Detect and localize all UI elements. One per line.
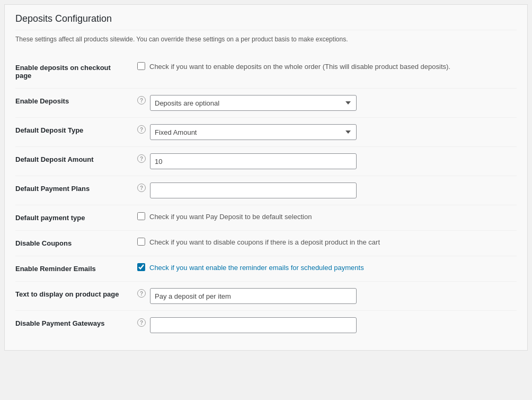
help-icon-default-payment-plans[interactable]: ? [137,184,146,192]
config-form-table: Enable deposits on checkout page Check i… [15,55,517,340]
help-icon-enable-deposits[interactable]: ? [137,96,146,105]
field-content-default-deposit-type: Fixed Amount Percentage [150,124,357,140]
panel-description: These settings affect all products sitew… [15,34,517,45]
field-row-enable-deposits: ? Deposits are optional Deposits are req… [137,95,511,111]
row-enable-checkout: Enable deposits on checkout page Check i… [15,55,517,89]
field-row-text-display-product: ? [137,288,511,304]
row-default-deposit-type: Default Deposit Type ? Fixed Amount Perc… [15,118,517,147]
checkbox-label-enable-checkout: Check if you want to enable deposits on … [149,62,450,72]
label-default-deposit-type: Default Deposit Type [15,126,83,134]
row-enable-reminder-emails: Enable Reminder Emails Check if you want… [15,256,517,282]
row-disable-coupons: Disable Coupons Check if you want to dis… [15,231,517,256]
label-disable-payment-gateways: Disable Payment Gateways [15,319,104,327]
checkbox-label-enable-reminder-emails: Check if you want enable the reminder em… [149,263,364,273]
field-row-disable-payment-gateways: ? [137,317,511,333]
select-default-deposit-type[interactable]: Fixed Amount Percentage [150,124,357,140]
checkbox-default-payment-type[interactable] [137,212,145,220]
input-default-payment-plans[interactable] [150,182,357,198]
label-enable-reminder-emails: Enable Reminder Emails [15,265,96,273]
label-default-deposit-amount: Default Deposit Amount [15,155,94,163]
checkbox-label-default-payment-type: Check if you want Pay Deposit to be defa… [149,212,312,222]
checkbox-row-enable-reminder-emails: Check if you want enable the reminder em… [137,263,511,273]
checkbox-row-disable-coupons: Check if you want to disable coupons if … [137,237,511,248]
input-text-display-product[interactable] [150,288,357,304]
checkbox-label-disable-coupons: Check if you want to disable coupons if … [149,237,380,248]
label-enable-deposits: Enable Deposits [15,97,69,105]
panel-title: Deposits Configuration [15,13,517,30]
help-icon-disable-payment-gateways[interactable]: ? [137,318,146,327]
label-text-display-product: Text to display on product page [15,290,119,298]
checkbox-disable-coupons[interactable] [137,238,145,246]
label-default-payment-plans: Default Payment Plans [15,185,90,193]
label-default-payment-type: Default payment type [15,214,85,222]
row-disable-payment-gateways: Disable Payment Gateways ? [15,311,517,340]
checkbox-enable-reminder-emails[interactable] [137,263,145,271]
checkbox-row-enable-checkout: Check if you want to enable deposits on … [137,62,511,72]
help-icon-default-deposit-type[interactable]: ? [137,125,146,134]
input-disable-payment-gateways[interactable] [150,317,357,333]
row-enable-deposits: Enable Deposits ? Deposits are optional … [15,89,517,118]
row-text-display-product: Text to display on product page ? [15,282,517,311]
label-enable-checkout: Enable deposits on checkout page [15,64,111,80]
select-enable-deposits[interactable]: Deposits are optional Deposits are requi… [150,95,357,111]
help-icon-text-display-product[interactable]: ? [137,289,146,298]
field-row-default-deposit-type: ? Fixed Amount Percentage [137,124,511,140]
row-default-payment-type: Default payment type Check if you want P… [15,205,517,231]
checkbox-row-default-payment-type: Check if you want Pay Deposit to be defa… [137,212,511,222]
field-content-enable-deposits: Deposits are optional Deposits are requi… [150,95,357,111]
checkbox-enable-checkout[interactable] [137,62,145,70]
input-default-deposit-amount[interactable] [150,153,357,169]
row-default-payment-plans: Default Payment Plans ? [15,176,517,205]
field-row-default-payment-plans: ? [137,182,511,198]
deposits-config-panel: Deposits Configuration These settings af… [4,4,528,351]
label-disable-coupons: Disable Coupons [15,239,72,247]
row-default-deposit-amount: Default Deposit Amount ? [15,147,517,176]
field-row-default-deposit-amount: ? [137,153,511,169]
help-icon-default-deposit-amount[interactable]: ? [137,154,146,163]
